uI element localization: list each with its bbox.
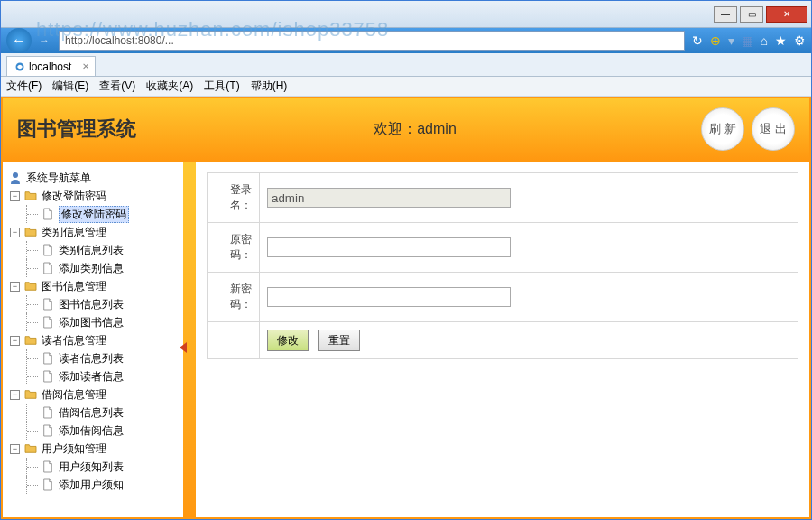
tree-leaf[interactable]: 添加用户须知	[6, 476, 180, 494]
tree-group-label: 用户须知管理	[42, 441, 106, 457]
splitter-handle-icon[interactable]	[180, 342, 187, 353]
newpw-input[interactable]	[267, 287, 511, 307]
content-panel: 登录名： 原密码： 新密码： 修改 重置	[196, 162, 809, 517]
ie-icon	[14, 61, 25, 72]
tree-group-label: 借阅信息管理	[42, 387, 106, 403]
tree-leaf[interactable]: 用户须知列表	[6, 458, 180, 476]
tree-leaf-label: 添加读者信息	[59, 369, 124, 385]
tree-line	[26, 367, 41, 385]
collapse-icon[interactable]: −	[10, 390, 20, 400]
forward-button[interactable]: →	[35, 32, 53, 50]
tree-leaf[interactable]: 类别信息列表	[6, 241, 180, 259]
folder-icon	[23, 190, 38, 202]
folder-icon	[23, 226, 38, 238]
tree-leaf[interactable]: 添加读者信息	[6, 367, 180, 385]
folder-icon	[23, 442, 38, 455]
page-icon	[41, 262, 55, 274]
oldpw-label: 原密码：	[208, 223, 260, 273]
menu-edit[interactable]: 编辑(E)	[52, 79, 88, 94]
menu-favorites[interactable]: 收藏夹(A)	[146, 79, 193, 94]
back-button[interactable]: ←	[6, 28, 32, 53]
menu-tools[interactable]: 工具(T)	[204, 79, 239, 94]
tree-leaf-label: 图书信息列表	[59, 297, 124, 312]
tree-group[interactable]: −借阅信息管理	[6, 385, 180, 404]
tree-leaf[interactable]: 添加借阅信息	[6, 422, 180, 440]
system-title: 图书管理系统	[17, 116, 136, 143]
page-icon	[41, 406, 55, 419]
tree-line	[26, 349, 41, 367]
tree-group[interactable]: −修改登陆密码	[6, 187, 180, 205]
favorites-icon[interactable]: ★	[775, 33, 787, 48]
page-icon	[41, 298, 55, 311]
tree-line	[26, 205, 41, 223]
nav-tree: 系统导航菜单 −修改登陆密码修改登陆密码−类别信息管理类别信息列表添加类别信息−…	[3, 162, 183, 517]
logout-button[interactable]: 退 出	[752, 107, 795, 151]
bing-icon[interactable]: ▦	[742, 33, 753, 48]
folder-icon	[23, 334, 38, 347]
submit-button[interactable]: 修改	[267, 330, 309, 351]
tree-leaf[interactable]: 借阅信息列表	[6, 404, 180, 422]
search-icon[interactable]: ⊕	[710, 33, 721, 48]
url-text: http://localhost:8080/...	[65, 34, 174, 47]
tree-leaf[interactable]: 读者信息列表	[6, 349, 180, 367]
collapse-icon[interactable]: −	[10, 282, 20, 292]
page-icon	[41, 244, 55, 256]
tree-group-label: 类别信息管理	[42, 225, 106, 240]
tree-root[interactable]: 系统导航菜单	[6, 169, 180, 187]
tree-group-label: 修改登陆密码	[42, 189, 106, 204]
svg-point-1	[13, 172, 18, 178]
tree-line	[26, 458, 41, 476]
tab-title: localhost	[29, 60, 71, 73]
tree-leaf[interactable]: 添加图书信息	[6, 313, 180, 331]
tree-root-label: 系统导航菜单	[26, 171, 91, 186]
refresh-icon[interactable]: ↻	[692, 33, 703, 48]
menu-file[interactable]: 文件(F)	[6, 79, 42, 94]
tree-leaf[interactable]: 修改登陆密码	[6, 205, 180, 223]
reset-button[interactable]: 重置	[318, 330, 360, 351]
tree-group[interactable]: −用户须知管理	[6, 440, 180, 458]
separator-icon: ▾	[728, 33, 734, 48]
tree-line	[26, 313, 41, 331]
page-icon	[41, 316, 55, 329]
menu-help[interactable]: 帮助(H)	[251, 79, 288, 94]
home-icon[interactable]: ⌂	[761, 33, 768, 48]
password-form: 登录名： 原密码： 新密码： 修改 重置	[207, 172, 798, 359]
page-icon	[41, 370, 55, 383]
tree-leaf-label: 添加用户须知	[59, 478, 124, 493]
tree-line	[26, 422, 41, 440]
tree-leaf-label: 添加图书信息	[59, 315, 124, 330]
minimize-button[interactable]: —	[714, 6, 737, 23]
splitter[interactable]	[183, 162, 196, 517]
browser-navbar: ← → http://localhost:8080/... ↻ ⊕ ▾ ▦ ⌂ …	[1, 28, 811, 53]
settings-icon[interactable]: ⚙	[794, 33, 806, 48]
tree-group[interactable]: −图书信息管理	[6, 277, 180, 295]
newpw-label: 新密码：	[208, 273, 260, 322]
collapse-icon[interactable]: −	[10, 191, 20, 201]
welcome-text: 欢迎：admin	[136, 120, 694, 139]
collapse-icon[interactable]: −	[10, 444, 20, 454]
page-icon	[41, 424, 55, 437]
tree-line	[26, 241, 41, 259]
tab-close-icon[interactable]: ✕	[82, 61, 89, 71]
tree-group[interactable]: −类别信息管理	[6, 223, 180, 241]
address-bar[interactable]: http://localhost:8080/...	[59, 31, 685, 51]
close-button[interactable]: ✕	[766, 6, 807, 23]
menu-view[interactable]: 查看(V)	[99, 79, 135, 94]
browser-tabbar: localhost ✕	[1, 53, 811, 77]
oldpw-input[interactable]	[267, 237, 511, 257]
tree-line	[26, 259, 41, 277]
tree-group[interactable]: −读者信息管理	[6, 331, 180, 349]
browser-menubar: 文件(F) 编辑(E) 查看(V) 收藏夹(A) 工具(T) 帮助(H)	[1, 77, 811, 97]
login-label: 登录名：	[208, 173, 260, 223]
maximize-button[interactable]: ▭	[740, 6, 763, 23]
collapse-icon[interactable]: −	[10, 336, 20, 346]
page-icon	[41, 478, 55, 491]
folder-icon	[23, 280, 38, 292]
refresh-button[interactable]: 刷 新	[701, 107, 744, 151]
tree-leaf[interactable]: 图书信息列表	[6, 295, 180, 313]
collapse-icon[interactable]: −	[10, 228, 20, 237]
tree-leaf[interactable]: 添加类别信息	[6, 259, 180, 277]
tree-leaf-label: 用户须知列表	[59, 460, 124, 475]
browser-tab[interactable]: localhost ✕	[6, 56, 96, 76]
tree-leaf-label: 添加借阅信息	[59, 423, 124, 439]
